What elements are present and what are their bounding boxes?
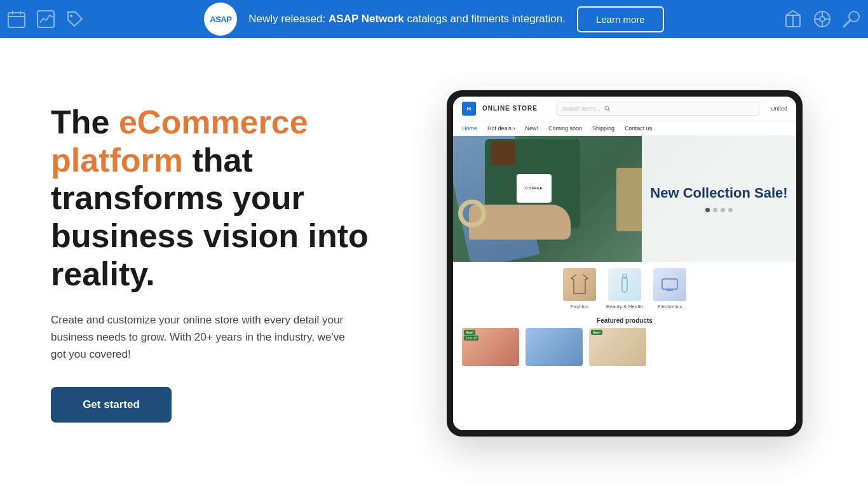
calendar-icon	[6, 9, 27, 29]
store-logo-icon: H	[462, 102, 476, 116]
search-icon	[604, 105, 611, 112]
product-card-3[interactable]: New!	[589, 328, 646, 366]
wheel-icon	[812, 9, 832, 29]
svg-line-14	[844, 20, 850, 27]
get-started-button[interactable]: Get started	[51, 387, 172, 423]
product-bag	[616, 168, 642, 231]
nav-new[interactable]: New!	[526, 125, 539, 132]
nav-shipping[interactable]: Shipping	[592, 125, 614, 132]
featured-section: Featured products New! 15% off New!	[453, 313, 796, 430]
category-fashion-thumb	[563, 268, 596, 301]
svg-rect-19	[662, 279, 677, 289]
asap-logo: ASAP	[204, 3, 237, 36]
store-country: United	[771, 105, 787, 112]
svg-line-16	[608, 109, 610, 111]
store-nav: Home Hot deals › New! Coming soon Shippi…	[453, 121, 796, 136]
banner-decorative-icons-left	[0, 0, 92, 38]
svg-rect-0	[8, 13, 25, 27]
nav-hot-deals[interactable]: Hot deals ›	[487, 125, 515, 132]
dot-2[interactable]	[713, 208, 717, 212]
category-beauty-label: Beauty & Health	[606, 304, 643, 309]
search-placeholder: Search items...	[562, 105, 600, 112]
product-badge-1: New!	[464, 330, 475, 335]
banner-content: ASAP Newly released: ASAP Network catalo…	[204, 3, 663, 36]
mockup-hero-title: New Collection Sale!	[650, 185, 787, 201]
chart-icon	[36, 9, 56, 29]
svg-point-15	[605, 106, 609, 110]
mockup-hero-banner: COFFEE New Collection Sale!	[453, 136, 796, 262]
dot-3[interactable]	[721, 208, 725, 212]
product-ring	[458, 200, 486, 227]
banner-decorative-icons-right	[776, 0, 868, 38]
mockup-section: H ONLINE STORE Search items... United Ho…	[432, 90, 817, 437]
product-coffee-beans	[491, 141, 515, 165]
product-card-1[interactable]: New! 15% off	[462, 328, 519, 366]
featured-title: Featured products	[462, 317, 787, 324]
store-topbar: H ONLINE STORE Search items... United	[453, 97, 796, 121]
announcement-banner: ASAP Newly released: ASAP Network catalo…	[0, 0, 868, 38]
dot-1[interactable]	[705, 208, 710, 212]
categories-section: Fashion Beauty & Health Electronics	[453, 262, 796, 313]
hero-section: The eCommerce platform that transforms y…	[51, 104, 394, 423]
nav-coming-soon[interactable]: Coming soon	[548, 125, 582, 132]
electronics-icon	[660, 275, 679, 294]
store-search-bar[interactable]: Search items...	[557, 102, 759, 116]
store-logo-text: ONLINE STORE	[482, 105, 538, 112]
nav-home[interactable]: Home	[462, 125, 477, 132]
product-card-2[interactable]	[526, 328, 583, 366]
svg-rect-4	[37, 11, 54, 27]
product-mug: COFFEE	[517, 174, 552, 203]
product-badge-3: New!	[591, 330, 602, 335]
wrench-icon	[841, 9, 862, 29]
category-electronics-thumb	[653, 268, 686, 301]
category-fashion-label: Fashion	[571, 304, 588, 309]
learn-more-button[interactable]: Learn more	[577, 6, 664, 32]
carousel-dots	[705, 208, 733, 212]
mockup-hero-products: COFFEE	[453, 136, 642, 262]
category-beauty[interactable]: Beauty & Health	[606, 268, 643, 309]
featured-products-list: New! 15% off New!	[462, 328, 787, 366]
category-fashion[interactable]: Fashion	[563, 268, 596, 309]
hero-subtext: Create and customize your online store w…	[51, 311, 356, 363]
tag-icon	[65, 9, 85, 29]
product-sale-1: 15% off	[464, 336, 478, 341]
package-icon	[783, 9, 803, 29]
category-electronics[interactable]: Electronics	[653, 268, 686, 309]
beauty-icon	[617, 273, 632, 296]
main-content: The eCommerce platform that transforms y…	[0, 38, 868, 488]
svg-point-9	[820, 17, 825, 22]
mockup-hero-text: New Collection Sale!	[642, 136, 796, 262]
tablet-frame: H ONLINE STORE Search items... United Ho…	[447, 90, 803, 437]
hero-heading: The eCommerce platform that transforms y…	[51, 104, 394, 294]
category-electronics-label: Electronics	[657, 304, 682, 309]
svg-rect-17	[622, 277, 627, 292]
nav-contact[interactable]: Contact us	[625, 125, 652, 132]
announcement-text: Newly released: ASAP Network catalogs an…	[248, 13, 566, 25]
svg-point-5	[70, 15, 72, 17]
category-beauty-thumb	[608, 268, 641, 301]
dot-4[interactable]	[728, 208, 733, 212]
tablet-screen: H ONLINE STORE Search items... United Ho…	[453, 97, 796, 430]
fashion-icon	[570, 273, 589, 296]
